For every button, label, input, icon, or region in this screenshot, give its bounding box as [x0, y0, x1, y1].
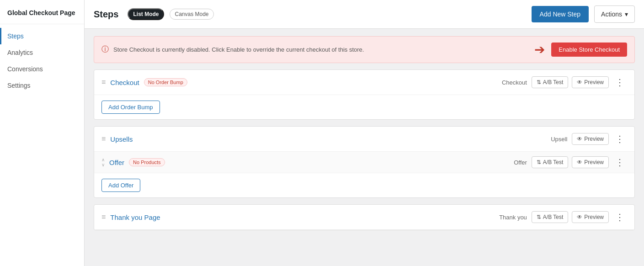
offer-reorder-icon[interactable]: ∧ ∨: [101, 157, 105, 167]
ab-icon-thankyou: ⇅: [537, 214, 541, 220]
upsells-actions: 👁 Preview ⋮: [572, 133, 627, 145]
offer-name[interactable]: Offer: [109, 159, 124, 166]
eye-icon-offer: 👁: [577, 159, 582, 165]
offer-actions: ⇅ A/B Test 👁 Preview ⋮: [532, 156, 627, 168]
add-offer-button[interactable]: Add Offer: [101, 179, 140, 192]
page-header: Steps List Mode Canvas Mode Add New Step…: [85, 0, 644, 29]
more-button-upsells[interactable]: ⋮: [612, 133, 627, 144]
step-name-upsells[interactable]: Upsells: [110, 135, 133, 143]
eye-icon-upsells: 👁: [577, 136, 582, 142]
add-order-bump-button[interactable]: Add Order Bump: [101, 101, 160, 114]
preview-button-upsells[interactable]: 👁 Preview: [572, 133, 609, 145]
main-content: Steps List Mode Canvas Mode Add New Step…: [85, 0, 644, 266]
list-mode-button[interactable]: List Mode: [128, 8, 164, 20]
step-card-checkout: ≡ Checkout No Order Bump Checkout ⇅ A/B …: [94, 69, 635, 120]
step-card-upsells: ≡ Upsells Upsell 👁 Preview ⋮ ∧ ∨: [94, 126, 635, 198]
drag-handle-thankyou-icon[interactable]: ≡: [101, 213, 106, 221]
eye-icon-checkout: 👁: [577, 79, 582, 85]
alert-text: Store Checkout is currently disabled. Cl…: [113, 46, 530, 53]
sidebar-item-conversions[interactable]: Conversions: [0, 61, 84, 77]
sidebar: Global Checkout Page Steps Analytics Con…: [0, 0, 85, 266]
step-card-thankyou: ≡ Thank you Page Thank you ⇅ A/B Test 👁 …: [94, 204, 635, 230]
preview-button-checkout[interactable]: 👁 Preview: [572, 76, 609, 88]
add-order-bump-area: Add Order Bump: [94, 95, 634, 119]
page-title: Steps: [94, 9, 118, 20]
ab-icon-offer: ⇅: [537, 159, 541, 165]
sidebar-item-settings[interactable]: Settings: [0, 77, 84, 94]
drag-handle-upsells-icon[interactable]: ≡: [101, 135, 106, 143]
ab-test-button-offer[interactable]: ⇅ A/B Test: [532, 156, 568, 168]
sidebar-item-steps[interactable]: Steps: [0, 28, 84, 44]
step-header-checkout: ≡ Checkout No Order Bump Checkout ⇅ A/B …: [94, 70, 634, 95]
preview-button-thankyou[interactable]: 👁 Preview: [572, 211, 609, 223]
actions-label: Actions: [601, 11, 622, 18]
sidebar-item-analytics[interactable]: Analytics: [0, 44, 84, 61]
more-button-offer[interactable]: ⋮: [612, 157, 627, 168]
step-header-thankyou: ≡ Thank you Page Thank you ⇅ A/B Test 👁 …: [94, 205, 634, 230]
add-offer-area: Add Offer: [94, 173, 634, 197]
checkout-actions: ⇅ A/B Test 👁 Preview ⋮: [532, 76, 627, 88]
ab-icon: ⇅: [537, 79, 541, 85]
actions-button[interactable]: Actions ▾: [594, 5, 635, 23]
alert-info-icon: ⓘ: [101, 45, 109, 54]
ab-test-button-checkout[interactable]: ⇅ A/B Test: [532, 76, 568, 88]
actions-chevron-icon: ▾: [625, 11, 628, 18]
step-type-checkout: Checkout: [502, 79, 527, 86]
no-products-badge: No Products: [129, 158, 165, 166]
add-new-step-button[interactable]: Add New Step: [532, 6, 589, 22]
thankyou-actions: ⇅ A/B Test 👁 Preview ⋮: [532, 211, 627, 223]
step-type-upsells: Upsell: [551, 136, 567, 143]
no-order-bump-badge: No Order Bump: [144, 78, 187, 86]
sidebar-nav: Steps Analytics Conversions Settings: [0, 24, 84, 94]
canvas-mode-button[interactable]: Canvas Mode: [170, 9, 213, 20]
drag-handle-icon[interactable]: ≡: [101, 78, 106, 86]
eye-icon-thankyou: 👁: [577, 214, 582, 220]
offer-sub-row: ∧ ∨ Offer No Products Offer ⇅ A/B Test 👁…: [94, 152, 634, 173]
more-button-thankyou[interactable]: ⋮: [612, 212, 627, 223]
offer-type: Offer: [514, 159, 527, 166]
step-name-thankyou[interactable]: Thank you Page: [110, 213, 160, 221]
app-title: Global Checkout Page: [0, 0, 84, 24]
ab-test-button-thankyou[interactable]: ⇅ A/B Test: [532, 211, 568, 223]
alert-banner: ⓘ Store Checkout is currently disabled. …: [94, 36, 635, 63]
step-name-checkout[interactable]: Checkout: [110, 79, 139, 86]
content-area: ⓘ Store Checkout is currently disabled. …: [85, 29, 644, 238]
step-header-upsells: ≡ Upsells Upsell 👁 Preview ⋮: [94, 127, 634, 152]
enable-store-checkout-button[interactable]: Enable Store Checkout: [551, 43, 627, 57]
alert-arrow-icon: ➔: [534, 42, 545, 57]
step-type-thankyou: Thank you: [499, 214, 527, 221]
more-button-checkout[interactable]: ⋮: [612, 77, 627, 88]
preview-button-offer[interactable]: 👁 Preview: [572, 156, 609, 168]
